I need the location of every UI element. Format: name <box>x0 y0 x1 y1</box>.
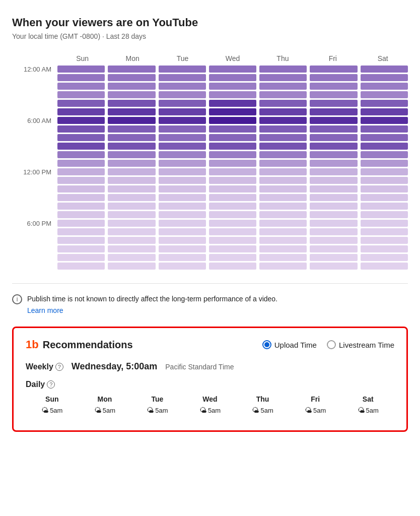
sun-icon: 🌤 <box>94 406 101 414</box>
heatmap-cell <box>159 100 206 107</box>
heatmap-cell <box>310 91 357 98</box>
heatmap-cell <box>310 177 357 184</box>
heatmap-day-fri: Fri <box>308 54 358 62</box>
heatmap-day-thu: Thu <box>258 54 308 62</box>
heatmap-cell <box>259 168 307 175</box>
heatmap-cell <box>310 220 357 227</box>
heatmap-cell <box>361 143 408 150</box>
heatmap-cell <box>310 74 357 81</box>
heatmap-cell <box>108 185 155 192</box>
daily-time-value: 5am <box>208 407 221 414</box>
heatmap-cell <box>209 203 256 210</box>
rec-daily-section: Daily ? Sun🌤5amMon🌤5amTue🌤5amWed🌤5amThu🌤… <box>26 380 394 414</box>
heatmap-cell <box>361 211 408 218</box>
heatmap-cell <box>259 108 307 115</box>
heatmap-cell <box>159 168 206 175</box>
page-subtitle: Your local time (GMT -0800) · Last 28 da… <box>12 32 408 40</box>
heatmap-cell <box>361 66 408 73</box>
heatmap-cell <box>159 263 206 270</box>
heatmap-cell <box>259 263 307 270</box>
sun-icon: 🌤 <box>305 406 312 414</box>
upload-time-label: Upload Time <box>274 341 317 349</box>
heatmap-cell <box>361 263 408 270</box>
livestream-time-radio[interactable] <box>327 340 336 349</box>
heatmap-col-sun <box>57 66 105 271</box>
heatmap-cell <box>209 91 256 98</box>
upload-time-radio[interactable] <box>262 340 271 349</box>
heatmap-cell <box>108 228 155 235</box>
daily-time-value: 5am <box>260 407 273 414</box>
daily-col-sat: Sat🌤5am <box>341 395 394 414</box>
weekly-help-icon[interactable]: ? <box>55 363 63 371</box>
heatmap-cell <box>159 117 206 124</box>
heatmap-cell <box>57 66 105 73</box>
heatmap-cell <box>259 211 307 218</box>
heatmap-cell <box>108 117 155 124</box>
heatmap-cell <box>361 134 408 141</box>
heatmap-day-mon: Mon <box>107 54 157 62</box>
heatmap-cell <box>310 151 357 158</box>
heatmap-cell <box>209 74 256 81</box>
heatmap-cell <box>159 177 206 184</box>
heatmap-cell <box>57 245 105 252</box>
heatmap-cell <box>310 100 357 107</box>
livestream-time-option[interactable]: Livestream Time <box>327 340 394 349</box>
learn-more-link[interactable]: Learn more <box>27 306 277 314</box>
daily-help-icon[interactable]: ? <box>47 380 55 389</box>
heatmap-cell <box>108 125 155 133</box>
rec-header: 1b Recommendations Upload Time Livestrea… <box>26 338 394 351</box>
heatmap-cell <box>310 211 357 218</box>
heatmap-cell <box>209 151 256 158</box>
heatmap-cell <box>209 228 256 235</box>
heatmap-cell <box>259 117 307 124</box>
heatmap-col-mon <box>108 66 155 271</box>
heatmap-cell <box>361 168 408 175</box>
heatmap-cell <box>159 194 206 201</box>
heatmap-cell <box>57 117 105 124</box>
heatmap-col-tue <box>159 66 206 271</box>
heatmap-cell <box>57 74 105 81</box>
heatmap-cell <box>361 91 408 98</box>
heatmap-cell <box>259 83 307 90</box>
heatmap-time-labels: 12:00 AM6:00 AM12:00 PM6:00 PM <box>12 66 57 271</box>
daily-time-value: 5am <box>155 407 168 414</box>
heatmap-cell <box>57 108 105 115</box>
heatmap-cell <box>361 74 408 81</box>
heatmap-cell <box>209 263 256 270</box>
heatmap-cell <box>159 254 206 261</box>
heatmap-cell <box>159 203 206 210</box>
heatmap-cell <box>259 151 307 158</box>
tubeBuddy-logo-icon: 1b <box>26 338 39 351</box>
sun-icon: 🌤 <box>199 406 206 414</box>
heatmap-cell <box>259 237 307 244</box>
heatmap-col-thu <box>259 66 307 271</box>
daily-day-label-sat: Sat <box>341 395 394 403</box>
heatmap-cell <box>259 100 307 107</box>
heatmap-cell <box>108 160 155 167</box>
heatmap-cell <box>361 237 408 244</box>
heatmap-cell <box>209 245 256 252</box>
heatmap-cell <box>108 177 155 184</box>
daily-time-sun: 🌤5am <box>26 406 79 414</box>
heatmap-cell <box>57 91 105 98</box>
heatmap-cell <box>159 245 206 252</box>
heatmap-cell <box>57 254 105 261</box>
heatmap-cell <box>57 228 105 235</box>
heatmap-cell <box>361 151 408 158</box>
upload-time-option[interactable]: Upload Time <box>262 340 317 349</box>
heatmap-cell <box>361 185 408 192</box>
heatmap-cell <box>259 254 307 261</box>
heatmap-cell <box>108 143 155 150</box>
daily-label: Daily ? <box>26 380 394 389</box>
heatmap-cell <box>159 66 206 73</box>
heatmap-cell <box>57 143 105 150</box>
heatmap-cell <box>209 143 256 150</box>
heatmap-cell <box>159 125 206 133</box>
heatmap-cell <box>209 160 256 167</box>
heatmap-cell <box>209 100 256 107</box>
daily-time-value: 5am <box>103 407 115 414</box>
heatmap-cell <box>361 100 408 107</box>
livestream-time-label: Livestream Time <box>339 341 394 349</box>
heatmap-cell <box>57 168 105 175</box>
heatmap-cell <box>361 117 408 124</box>
